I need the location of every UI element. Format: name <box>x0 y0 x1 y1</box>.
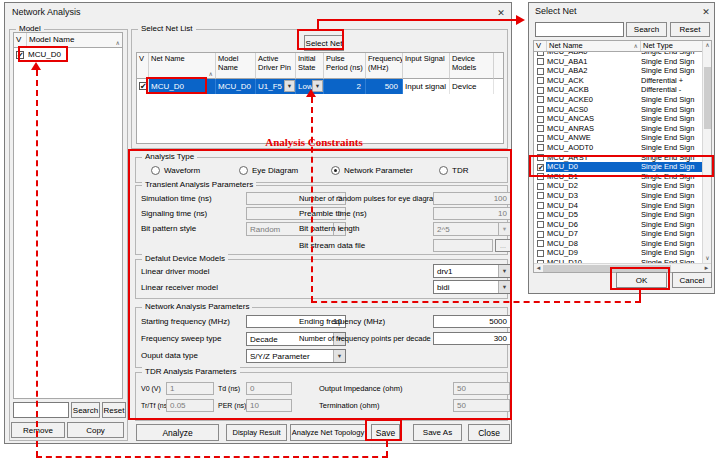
net-list-row[interactable]: MCU_D7Single End Sign <box>534 229 702 239</box>
net-list-row-checkbox[interactable] <box>537 68 544 75</box>
radio-eye-diagram[interactable]: Eye Diagram <box>239 166 298 175</box>
net-list-row[interactable]: MCU_ACKE0Single End Sign <box>534 95 702 105</box>
td-field[interactable]: 0 <box>246 382 292 395</box>
net-list-row-checkbox[interactable] <box>537 250 544 257</box>
net-col-name[interactable]: Net Name∧ <box>149 53 216 79</box>
preamble-time-field[interactable]: 10 <box>433 207 511 220</box>
output-type-dropdown[interactable]: S/Y/Z Parameter▼ <box>246 349 346 363</box>
model-row[interactable]: ✔ MCU_D0 <box>14 48 122 62</box>
points-per-decade-field[interactable]: 300 <box>433 332 511 345</box>
chevron-down-icon[interactable]: ▼ <box>333 350 345 362</box>
net-list-row-checkbox[interactable] <box>537 135 544 142</box>
model-search-input[interactable] <box>13 402 69 418</box>
net-list-row-checkbox[interactable] <box>537 96 544 103</box>
scroll-left-icon[interactable]: ◄ <box>534 264 543 273</box>
cancel-button[interactable]: Cancel <box>672 272 712 288</box>
net-list-row-checkbox[interactable] <box>537 116 544 123</box>
save-as-button[interactable]: Save As <box>413 424 462 441</box>
driver-model-dropdown[interactable]: drv1▼ <box>433 264 511 278</box>
browse-button[interactable]: ... <box>495 239 511 252</box>
analyze-button[interactable]: Analyze <box>136 424 219 441</box>
net-list-row-checkbox[interactable] <box>537 144 544 151</box>
net-list-row[interactable]: MCU_D4Single End Sign <box>534 201 702 211</box>
net-col-driver-pin[interactable]: Active Driver Pin <box>256 53 296 79</box>
net-list-row[interactable]: MCU_D9Single End Sign <box>534 248 702 258</box>
sn-col-type[interactable]: Net Type <box>641 41 702 51</box>
net-list-row-checkbox[interactable] <box>537 231 544 238</box>
net-col-model[interactable]: Model Name <box>216 53 256 79</box>
net-list-row[interactable]: MCU_ACKBDifferential - <box>534 85 702 95</box>
chevron-down-icon[interactable]: ▼ <box>498 281 510 293</box>
net-list-row[interactable]: MCU_ANRASSingle End Sign <box>534 124 702 134</box>
radio-network-parameter[interactable]: Network Parameter <box>331 166 413 175</box>
net-row[interactable]: ✔ MCU_D0 MCU_D0 U1_F5▼ Low▼ 2 500 Input … <box>137 79 503 94</box>
net-list-row-checkbox[interactable] <box>537 173 544 180</box>
model-reset-button[interactable]: Reset <box>102 402 126 418</box>
net-list-row[interactable]: MCU_ACKDifferential + <box>534 76 702 86</box>
receiver-model-dropdown[interactable]: bidi▼ <box>433 280 511 294</box>
net-list-row-checkbox[interactable] <box>537 183 544 190</box>
chevron-down-icon[interactable]: ▼ <box>498 223 510 235</box>
net-col-initial-state[interactable]: Initial State <box>296 53 324 79</box>
chevron-down-icon[interactable]: ▼ <box>284 80 295 92</box>
net-list-row-checkbox[interactable] <box>537 154 544 161</box>
copy-button[interactable]: Copy <box>67 422 124 438</box>
bit-pattern-length-dropdown[interactable]: 2^5▼ <box>433 222 511 236</box>
net-list-row[interactable]: MCU_D1Single End Sign <box>534 172 702 182</box>
horizontal-scroll-thumb[interactable] <box>543 265 671 272</box>
net-col-pulse-period[interactable]: Pulse Period (ns) <box>324 53 366 79</box>
close-button[interactable]: Close <box>468 424 510 441</box>
vertical-scrollbar[interactable]: ∧ ∨ <box>702 41 711 263</box>
net-col-frequency[interactable]: Frequency (MHz) <box>366 53 403 79</box>
net-list-row[interactable]: MCU_ABA2Single End Sign <box>534 66 702 76</box>
net-reset-button[interactable]: Reset <box>670 22 710 37</box>
net-list-row-checkbox[interactable] <box>537 221 544 228</box>
scroll-down-icon[interactable]: ∨ <box>703 254 712 263</box>
net-list-row-checkbox[interactable] <box>537 202 544 209</box>
vertical-scroll-thumb[interactable] <box>704 67 711 129</box>
net-col-input-signal[interactable]: Input Signal <box>403 53 450 79</box>
trtf-field[interactable]: 0.05 <box>166 399 214 412</box>
net-list-row-checkbox[interactable] <box>537 52 544 56</box>
net-list-row-checkbox[interactable] <box>537 87 544 94</box>
horizontal-scrollbar[interactable]: ◄ ► <box>534 263 711 272</box>
net-list-row-checkbox[interactable] <box>537 192 544 199</box>
sn-col-name[interactable]: Net Name∧ <box>547 41 641 51</box>
model-col-v[interactable]: V <box>14 33 27 47</box>
v0-field[interactable]: 1 <box>166 382 214 395</box>
net-list-row-checkbox[interactable] <box>537 58 544 65</box>
net-list-row-checkbox[interactable] <box>537 212 544 219</box>
net-list-row[interactable]: MCU_ANCASSingle End Sign <box>534 114 702 124</box>
radio-tdr[interactable]: TDR <box>439 166 468 175</box>
net-list-row[interactable]: MCU_ARSTSingle End Sign <box>534 153 702 163</box>
random-pulses-field[interactable]: 100 <box>433 192 511 205</box>
sn-col-v[interactable]: V <box>534 41 547 51</box>
net-list-row-checkbox[interactable]: ✔ <box>537 164 544 171</box>
net-list-row[interactable]: MCU_D6Single End Sign <box>534 220 702 230</box>
net-list-row[interactable]: MCU_AODT0Single End Sign <box>534 143 702 153</box>
per-field[interactable]: 10 <box>246 399 292 412</box>
termination-field[interactable]: 50 <box>453 399 510 412</box>
scroll-up-icon[interactable]: ∧ <box>703 41 712 50</box>
net-col-v[interactable]: V <box>137 53 149 79</box>
bit-stream-file-field[interactable] <box>433 239 493 252</box>
net-list-row[interactable]: MCU_ABA1Single End Sign <box>534 57 702 67</box>
net-list-row[interactable]: MCU_D5Single End Sign <box>534 210 702 220</box>
net-list-row-checkbox[interactable] <box>537 106 544 113</box>
net-col-device-models[interactable]: Device Models <box>450 53 494 79</box>
model-row-checkbox[interactable]: ✔ <box>16 51 24 59</box>
net-list-row[interactable]: MCU_ACS0Single End Sign <box>534 105 702 115</box>
net-row-checkbox[interactable]: ✔ <box>139 82 147 90</box>
net-list-row[interactable]: MCU_D8Single End Sign <box>534 239 702 249</box>
net-list-row-checkbox[interactable] <box>537 125 544 132</box>
analyze-net-topology-button[interactable]: Analyze Net Topology <box>290 424 366 441</box>
radio-waveform[interactable]: Waveform <box>151 166 200 175</box>
net-search-input[interactable] <box>535 22 624 37</box>
net-row-check-cell[interactable]: ✔ <box>137 79 149 94</box>
net-row-driver-pin-cell[interactable]: U1_F5▼ <box>256 79 296 94</box>
display-result-button[interactable]: Display Result <box>226 424 287 441</box>
ok-button[interactable]: OK <box>616 272 667 288</box>
output-impedance-field[interactable]: 50 <box>453 382 510 395</box>
net-list-row[interactable]: ✔MCU_D0Single End Sign <box>534 162 702 172</box>
chevron-down-icon[interactable]: ▼ <box>498 265 510 277</box>
